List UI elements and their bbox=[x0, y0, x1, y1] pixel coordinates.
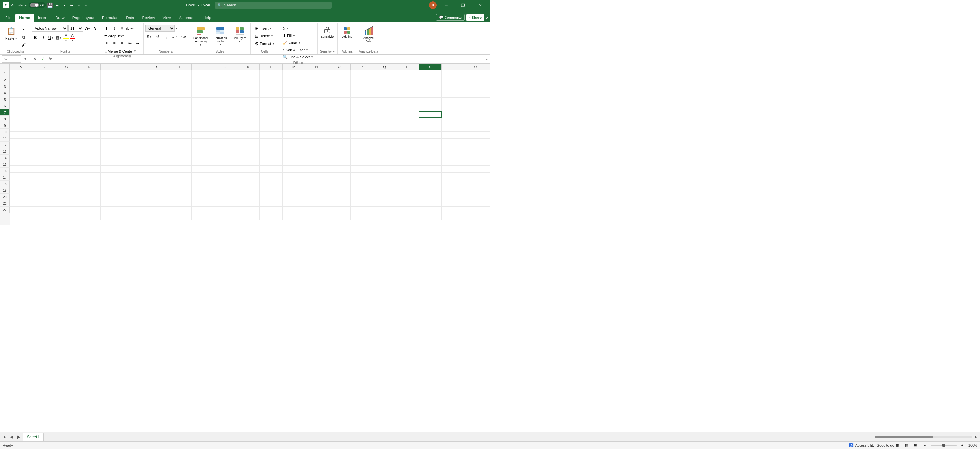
share-button[interactable]: ↑ Share bbox=[466, 14, 484, 21]
cell-N17[interactable] bbox=[305, 179, 328, 186]
cell-P13[interactable] bbox=[351, 152, 374, 159]
cell-I21[interactable] bbox=[192, 207, 214, 213]
cell-B6[interactable] bbox=[32, 105, 55, 111]
cell-E16[interactable] bbox=[101, 173, 123, 179]
col-header-D[interactable]: D bbox=[78, 63, 101, 70]
cell-F17[interactable] bbox=[123, 179, 146, 186]
autosum-button[interactable]: Σ ▼ bbox=[281, 25, 315, 32]
cell-S22[interactable] bbox=[419, 213, 442, 220]
cell-H1[interactable] bbox=[169, 70, 192, 77]
addins-button[interactable]: Add-ins bbox=[340, 25, 355, 40]
cell-F14[interactable] bbox=[123, 159, 146, 165]
cell-H6[interactable] bbox=[169, 105, 192, 111]
cell-E7[interactable] bbox=[101, 111, 123, 118]
cell-V10[interactable] bbox=[487, 132, 490, 138]
cell-P4[interactable] bbox=[351, 91, 374, 97]
cell-I19[interactable] bbox=[192, 193, 214, 200]
cell-C17[interactable] bbox=[55, 179, 78, 186]
cell-V3[interactable] bbox=[487, 84, 490, 90]
cell-R21[interactable] bbox=[396, 207, 419, 213]
cell-O6[interactable] bbox=[328, 105, 351, 111]
cell-E12[interactable] bbox=[101, 145, 123, 152]
cell-M21[interactable] bbox=[283, 207, 305, 213]
cell-S6[interactable] bbox=[419, 105, 442, 111]
cell-C7[interactable] bbox=[55, 111, 78, 118]
cell-J18[interactable] bbox=[214, 186, 237, 193]
cell-D9[interactable] bbox=[78, 125, 101, 132]
cell-K7[interactable] bbox=[237, 111, 260, 118]
cell-N12[interactable] bbox=[305, 145, 328, 152]
cell-C5[interactable] bbox=[55, 98, 78, 104]
cell-L15[interactable] bbox=[260, 166, 283, 172]
cut-button[interactable]: ✂ bbox=[20, 26, 28, 33]
cell-L9[interactable] bbox=[260, 125, 283, 132]
cell-P20[interactable] bbox=[351, 200, 374, 206]
cell-L6[interactable] bbox=[260, 105, 283, 111]
cell-D6[interactable] bbox=[78, 105, 101, 111]
wrap-text-button[interactable]: ⇌ Wrap Text bbox=[103, 33, 125, 39]
cell-N3[interactable] bbox=[305, 84, 328, 90]
cell-O12[interactable] bbox=[328, 145, 351, 152]
cell-T3[interactable] bbox=[442, 84, 465, 90]
decrease-indent-button[interactable]: ⇤ bbox=[126, 40, 134, 47]
cell-R8[interactable] bbox=[396, 118, 419, 125]
cell-A10[interactable] bbox=[10, 132, 32, 138]
col-header-N[interactable]: N bbox=[305, 63, 328, 70]
cell-B3[interactable] bbox=[32, 84, 55, 90]
cell-E21[interactable] bbox=[101, 207, 123, 213]
cell-T19[interactable] bbox=[442, 193, 465, 200]
col-header-U[interactable]: U bbox=[465, 63, 487, 70]
cell-H10[interactable] bbox=[169, 132, 192, 138]
cell-N5[interactable] bbox=[305, 98, 328, 104]
cell-E5[interactable] bbox=[101, 98, 123, 104]
cell-B5[interactable] bbox=[32, 98, 55, 104]
cell-F16[interactable] bbox=[123, 173, 146, 179]
clipboard-dialog-launcher[interactable]: ⊡ bbox=[21, 50, 24, 53]
cell-L17[interactable] bbox=[260, 179, 283, 186]
cell-V13[interactable] bbox=[487, 152, 490, 159]
cell-C10[interactable] bbox=[55, 132, 78, 138]
cell-O8[interactable] bbox=[328, 118, 351, 125]
cell-U19[interactable] bbox=[465, 193, 487, 200]
cell-O14[interactable] bbox=[328, 159, 351, 165]
cell-G2[interactable] bbox=[146, 77, 169, 84]
align-bottom-button[interactable]: ⬇ bbox=[119, 25, 126, 32]
cell-N19[interactable] bbox=[305, 193, 328, 200]
cell-D4[interactable] bbox=[78, 91, 101, 97]
cell-D18[interactable] bbox=[78, 186, 101, 193]
cell-C22[interactable] bbox=[55, 213, 78, 220]
cell-E17[interactable] bbox=[101, 179, 123, 186]
cell-T17[interactable] bbox=[442, 179, 465, 186]
cell-L2[interactable] bbox=[260, 77, 283, 84]
cell-Q1[interactable] bbox=[374, 70, 396, 77]
tab-draw[interactable]: Draw bbox=[52, 14, 68, 22]
tab-view[interactable]: View bbox=[159, 14, 175, 22]
cell-D19[interactable] bbox=[78, 193, 101, 200]
tab-review[interactable]: Review bbox=[138, 14, 159, 22]
cell-F6[interactable] bbox=[123, 105, 146, 111]
cell-U15[interactable] bbox=[465, 166, 487, 172]
cell-H22[interactable] bbox=[169, 213, 192, 220]
cell-S16[interactable] bbox=[419, 173, 442, 179]
tab-data[interactable]: Data bbox=[122, 14, 138, 22]
clear-dropdown[interactable]: ▼ bbox=[298, 41, 301, 44]
cell-Q13[interactable] bbox=[374, 152, 396, 159]
tab-help[interactable]: Help bbox=[199, 14, 215, 22]
cell-J4[interactable] bbox=[214, 91, 237, 97]
row-header-18[interactable]: 18 bbox=[0, 181, 10, 187]
cell-B14[interactable] bbox=[32, 159, 55, 165]
cell-I14[interactable] bbox=[192, 159, 214, 165]
cell-Q11[interactable] bbox=[374, 138, 396, 145]
cell-F21[interactable] bbox=[123, 207, 146, 213]
cell-C1[interactable] bbox=[55, 70, 78, 77]
number-format-select[interactable]: General bbox=[145, 25, 175, 32]
cell-U13[interactable] bbox=[465, 152, 487, 159]
cell-O11[interactable] bbox=[328, 138, 351, 145]
cell-R9[interactable] bbox=[396, 125, 419, 132]
cell-U12[interactable] bbox=[465, 145, 487, 152]
cell-K11[interactable] bbox=[237, 138, 260, 145]
cell-G7[interactable] bbox=[146, 111, 169, 118]
cell-J21[interactable] bbox=[214, 207, 237, 213]
cell-A18[interactable] bbox=[10, 186, 32, 193]
customize-qat-button[interactable]: ▼ bbox=[83, 3, 89, 8]
